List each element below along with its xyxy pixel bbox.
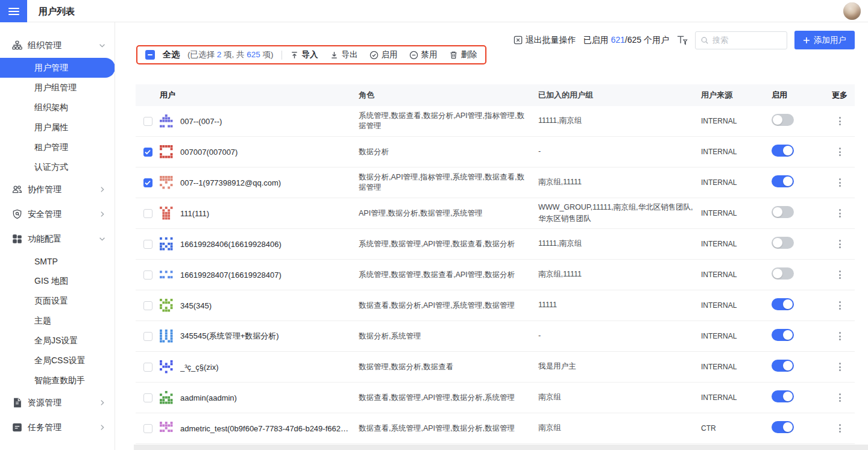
batch-action-button[interactable]: 导出 — [330, 49, 358, 60]
filter-icon[interactable] — [676, 35, 688, 46]
enable-toggle[interactable] — [772, 360, 794, 372]
hamburger-menu-button[interactable] — [0, 0, 27, 22]
user-name[interactable]: 007--1(977398912@qq.com) — [180, 178, 281, 187]
sidebar-group-item[interactable]: 组织管理 — [0, 33, 115, 58]
more-menu-icon[interactable] — [837, 360, 843, 373]
row-checkbox[interactable] — [143, 270, 153, 280]
row-checkbox[interactable] — [143, 332, 153, 341]
horizontal-scrollbar-track[interactable] — [134, 445, 868, 450]
sidebar-item-label: 全局JS设置 — [34, 336, 78, 346]
user-pixel-avatar — [160, 330, 173, 343]
sidebar-group-item[interactable]: 资源管理 — [0, 390, 115, 415]
select-all-checkbox[interactable] — [145, 50, 155, 60]
sidebar-item[interactable]: 用户组管理 — [0, 78, 115, 98]
user-name[interactable]: aadmin(aadmin) — [180, 393, 237, 402]
row-checkbox[interactable] — [143, 363, 153, 372]
sidebar-item[interactable]: 全局JS设置 — [0, 331, 115, 351]
add-user-button[interactable]: 添加用户 — [794, 31, 855, 49]
user-groups: 南京组,11111 — [538, 269, 701, 280]
user-roles: 数据分析,系统管理 — [359, 331, 538, 342]
more-menu-icon[interactable] — [837, 330, 843, 343]
table-row: 007007(007007) 数据分析 - INTERNAL — [136, 137, 855, 167]
row-checkbox[interactable] — [143, 178, 153, 187]
row-checkbox[interactable] — [143, 301, 153, 310]
sidebar-item-label: 主题 — [34, 316, 51, 327]
enabled-count-prefix: 已启用 — [583, 35, 611, 45]
more-menu-icon[interactable] — [837, 207, 843, 220]
row-checkbox[interactable] — [143, 148, 153, 157]
user-name[interactable]: 16619928406(16619928406) — [180, 240, 281, 249]
row-checkbox[interactable] — [143, 240, 153, 249]
exit-batch-button[interactable]: 退出批量操作 — [514, 35, 576, 46]
batch-action-button[interactable]: 启用 — [370, 49, 398, 60]
more-menu-icon[interactable] — [837, 176, 843, 189]
top-bar: 用户列表 — [0, 0, 868, 22]
batch-action-button[interactable]: 禁用 — [409, 49, 438, 60]
search-input[interactable] — [712, 36, 782, 45]
sidebar-item[interactable]: SMTP — [0, 251, 115, 271]
sidebar-item-label: 用户组管理 — [34, 83, 77, 93]
more-menu-icon[interactable] — [837, 237, 843, 251]
sidebar-item[interactable]: 全局CSS设置 — [0, 351, 115, 370]
select-all-label[interactable]: 全选 — [163, 49, 180, 60]
enable-toggle[interactable] — [772, 298, 794, 310]
user-name[interactable]: _³ç_ç§(zix) — [180, 363, 219, 372]
user-name[interactable]: admetric_test(0b9f60e7-7783-47d6-b249-f6… — [180, 424, 351, 433]
sidebar-item[interactable]: 主题 — [0, 311, 115, 331]
user-groups: - — [538, 146, 701, 157]
sidebar-group-item[interactable]: 功能配置 — [0, 227, 115, 251]
enable-toggle[interactable] — [772, 145, 794, 157]
table-row: 16619928406(16619928406) 系统管理,数据管理,API管理… — [136, 229, 855, 260]
enable-toggle[interactable] — [772, 206, 794, 218]
more-menu-icon[interactable] — [837, 299, 843, 312]
user-source: CTR — [701, 424, 772, 433]
user-source: INTERNAL — [701, 178, 772, 187]
enable-toggle[interactable] — [772, 175, 794, 187]
sidebar-item[interactable]: 认证方式 — [0, 157, 115, 177]
user-groups: 南京组 — [538, 392, 701, 403]
row-checkbox[interactable] — [143, 209, 153, 218]
batch-actions: 导入 导出 启用 禁用 删除 — [290, 49, 477, 60]
enable-toggle[interactable] — [772, 390, 794, 402]
enable-toggle[interactable] — [772, 114, 794, 126]
sidebar-item-label: SMTP — [34, 257, 58, 266]
sidebar-group-item[interactable]: 协作管理 — [0, 177, 115, 202]
more-menu-icon[interactable] — [837, 422, 843, 435]
sidebar-item[interactable]: 智能查数助手 — [0, 370, 115, 390]
sidebar-item[interactable]: 用户属性 — [0, 117, 115, 137]
user-name[interactable]: 345545(系统管理+数据分析) — [180, 331, 279, 342]
user-name[interactable]: 007007(007007) — [180, 148, 237, 157]
sidebar-item-label: 认证方式 — [34, 162, 68, 173]
batch-action-button[interactable]: 删除 — [449, 49, 477, 60]
more-menu-icon[interactable] — [837, 145, 843, 158]
row-checkbox[interactable] — [143, 424, 153, 433]
enable-toggle[interactable] — [772, 421, 794, 433]
enable-toggle[interactable] — [772, 267, 794, 280]
sidebar-item[interactable]: 组织架构 — [0, 98, 115, 117]
user-name[interactable]: 345(345) — [180, 301, 212, 310]
enable-toggle[interactable] — [772, 237, 794, 249]
utility-row: 退出批量操作 已启用 621/625 个用户 添加用户 — [514, 31, 855, 49]
row-checkbox[interactable] — [143, 117, 153, 126]
sidebar-item[interactable]: 页面设置 — [0, 291, 115, 311]
user-roles: 数据管理,数据分析,数据查看 — [359, 362, 538, 372]
grid-icon — [12, 234, 22, 244]
sidebar-group-item[interactable]: 任务管理 — [0, 415, 115, 440]
sidebar-group-item[interactable]: 安全管理 — [0, 202, 115, 227]
sidebar-item[interactable]: 用户管理 — [0, 58, 115, 78]
user-roles: 数据分析 — [359, 147, 538, 157]
row-checkbox[interactable] — [143, 393, 153, 402]
more-menu-icon[interactable] — [837, 268, 843, 281]
sidebar-item-label: 全局CSS设置 — [34, 355, 86, 366]
account-avatar[interactable] — [843, 2, 861, 20]
user-name[interactable]: 16619928407(16619928407) — [180, 270, 281, 280]
more-menu-icon[interactable] — [837, 114, 843, 128]
sidebar-item[interactable]: GIS 地图 — [0, 271, 115, 291]
enable-toggle[interactable] — [772, 329, 794, 341]
sidebar-group-label: 协作管理 — [28, 184, 98, 195]
batch-action-button[interactable]: 导入 — [290, 49, 318, 60]
more-menu-icon[interactable] — [837, 391, 843, 404]
user-name[interactable]: 111(111) — [180, 209, 209, 218]
user-name[interactable]: 007--(007--) — [180, 117, 222, 126]
sidebar-item[interactable]: 租户管理 — [0, 137, 115, 157]
